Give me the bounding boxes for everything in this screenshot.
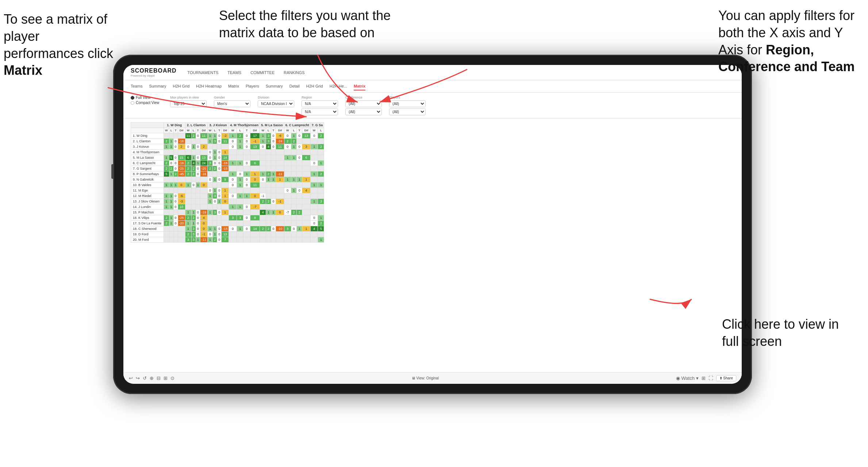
- table-row: 16. K Vilips210-252204330801: [131, 215, 324, 221]
- compact-view-label: Compact View: [136, 101, 159, 105]
- tab-h2h-he[interactable]: H2H He...: [330, 82, 347, 90]
- matrix-cell: 3: [229, 215, 237, 221]
- share-button[interactable]: ⬆ Share: [716, 375, 736, 381]
- full-view-radio[interactable]: [131, 96, 134, 100]
- tab-players[interactable]: Players: [246, 82, 259, 90]
- filter-region: Region N/A N/A: [302, 96, 338, 115]
- matrix-cell: [310, 150, 318, 155]
- matrix-cell: [266, 193, 271, 199]
- nav-committee[interactable]: COMMITTEE: [250, 69, 274, 76]
- matrix-cell: [222, 144, 229, 150]
- matrix-cell: [291, 150, 296, 155]
- matrix-cell: [196, 204, 200, 210]
- compact-view-radio[interactable]: [131, 101, 134, 105]
- max-players-select[interactable]: Top 25: [170, 100, 207, 107]
- tab-h2h-grid2[interactable]: H2H Grid: [306, 82, 323, 90]
- matrix-cell: 10: [178, 204, 185, 210]
- matrix-cell: 1: [229, 204, 237, 210]
- watch-icon[interactable]: ◉ Watch ▾: [676, 375, 699, 381]
- view-options: Full View Compact View: [131, 96, 159, 105]
- matrix-cell: [310, 177, 318, 182]
- nav-rankings[interactable]: RANKINGS: [284, 69, 304, 76]
- matrix-cell: [237, 150, 243, 155]
- matrix-cell: 2: [200, 144, 207, 150]
- matrix-cell: [243, 221, 250, 226]
- matrix-cell: [302, 204, 310, 210]
- matrix-cell: 1: [229, 171, 237, 177]
- grid-icon[interactable]: ⊞: [702, 375, 706, 381]
- matrix-cell: 2: [318, 144, 324, 150]
- matrix-cell: [213, 215, 217, 221]
- tab-summary[interactable]: Summary: [149, 82, 166, 90]
- conference-select2[interactable]: (All): [345, 108, 382, 115]
- matrix-cell: [250, 155, 260, 161]
- matrix-cell: 3: [318, 199, 324, 204]
- region-select[interactable]: N/A: [302, 100, 338, 107]
- matrix-cell: [302, 150, 310, 155]
- conference-select1[interactable]: (All): [345, 100, 382, 107]
- matrix-cell: [229, 150, 237, 155]
- zoom-in-icon[interactable]: ⊞: [164, 375, 168, 381]
- matrix-cell: 2: [318, 171, 324, 177]
- matrix-cell: 1: [164, 155, 169, 161]
- matrix-cell: [260, 182, 266, 188]
- sub-w3: W: [207, 128, 213, 133]
- nav-items: TOURNAMENTS TEAMS COMMITTEE RANKINGS: [188, 69, 305, 76]
- matrix-cell: 1: [164, 182, 169, 188]
- matrix-cell: [302, 199, 310, 204]
- matrix-cell: 24: [200, 161, 207, 166]
- fullscreen-icon[interactable]: ⛶: [708, 375, 713, 381]
- matrix-cell: 1: [169, 171, 173, 177]
- players-select1[interactable]: (All): [389, 100, 426, 107]
- matrix-cell: [178, 237, 185, 243]
- matrix-cell: 1: [169, 182, 173, 188]
- full-view-option[interactable]: Full View: [131, 96, 159, 100]
- matrix-cell: 1: [213, 133, 217, 139]
- settings-icon[interactable]: ⊙: [170, 375, 174, 381]
- cursor-icon[interactable]: ⊕: [150, 375, 154, 381]
- annotation-top-right: You can apply filters for both the X axi…: [718, 7, 857, 76]
- gender-select[interactable]: Men's: [214, 100, 250, 107]
- matrix-cell: 2: [191, 215, 196, 221]
- tab-detail[interactable]: Detail: [289, 82, 300, 90]
- matrix-cell: 1: [284, 155, 291, 161]
- table-row: 6. C Lamprecht200-1624124300-16110601: [131, 161, 324, 166]
- matrix-cell: 1: [207, 199, 213, 204]
- matrix-cell: 13: [302, 133, 310, 139]
- division-select[interactable]: NCAA Division I: [258, 100, 294, 107]
- refresh-icon[interactable]: ↺: [143, 375, 147, 381]
- row-header: 18. C Sherwood: [131, 226, 164, 232]
- matrix-cell: [207, 144, 213, 150]
- sub-t2: T: [196, 128, 200, 133]
- matrix-cell: [243, 166, 250, 171]
- matrix-cell: [276, 215, 284, 221]
- tab-h2h-grid[interactable]: H2H Grid: [173, 82, 189, 90]
- matrix-cell: [164, 226, 169, 232]
- nav-teams[interactable]: TEAMS: [227, 69, 241, 76]
- matrix-cell: -6: [276, 133, 284, 139]
- matrix-cell: 0: [271, 199, 276, 204]
- matrix-cell: 1: [250, 171, 260, 177]
- players-select2[interactable]: (All): [389, 108, 426, 115]
- redo-icon[interactable]: ↪: [136, 375, 140, 381]
- matrix-cell: 2: [318, 133, 324, 139]
- matrix-cell: 3: [213, 210, 217, 215]
- sub-l2: L: [191, 128, 196, 133]
- tab-matrix[interactable]: Matrix: [228, 82, 239, 90]
- tab-teams[interactable]: Teams: [131, 82, 142, 90]
- matrix-cell: [207, 182, 213, 188]
- zoom-out-icon[interactable]: ⊟: [157, 375, 161, 381]
- compact-view-option[interactable]: Compact View: [131, 101, 159, 105]
- undo-icon[interactable]: ↩: [129, 375, 133, 381]
- matrix-cell: [217, 144, 222, 150]
- matrix-cell: 0: [297, 155, 302, 161]
- tab-matrix-active[interactable]: Matrix: [354, 82, 365, 90]
- nav-tournaments[interactable]: TOURNAMENTS: [188, 69, 219, 76]
- matrix-cell: [169, 188, 173, 193]
- row-header: 6. C Lamprecht: [131, 161, 164, 166]
- matrix-cell: 2: [164, 166, 169, 171]
- tab-summary2[interactable]: Summary: [266, 82, 283, 90]
- tab-h2h-heatmap[interactable]: H2H Heatmap: [196, 82, 222, 90]
- table-row: 7. G Sargent220-25220-25220-15: [131, 166, 324, 171]
- region-select2[interactable]: N/A: [302, 108, 338, 115]
